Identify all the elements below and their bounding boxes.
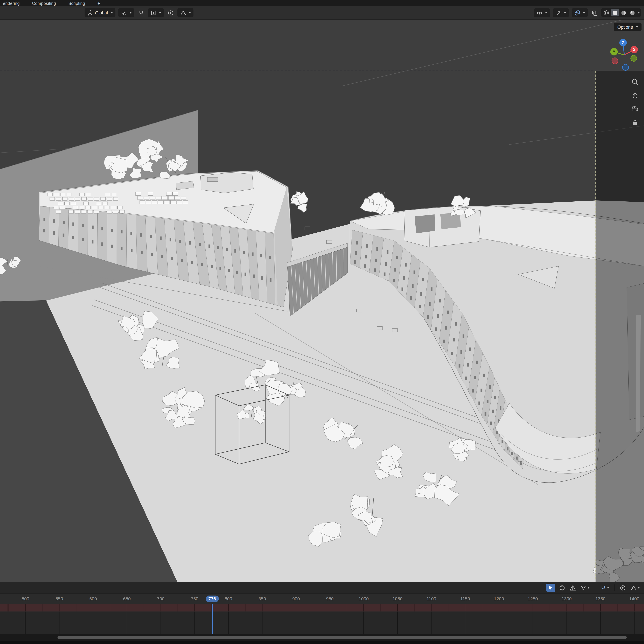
lock-icon[interactable]: [631, 119, 639, 126]
timeline-falloff-dropdown[interactable]: [630, 584, 641, 592]
timeline-proportional-button[interactable]: [619, 584, 627, 592]
options-label: Options: [617, 24, 633, 29]
gizmos-dropdown[interactable]: [553, 8, 569, 17]
filter-dropdown[interactable]: [580, 584, 591, 592]
viewport-side-tools: [631, 78, 639, 126]
chevron-down-icon: [189, 12, 191, 14]
filter-icon: [580, 585, 586, 591]
falloff-icon: [630, 585, 637, 591]
zoom-icon[interactable]: [631, 78, 639, 85]
frame-tick-label: 550: [56, 596, 63, 601]
divider: [595, 584, 595, 591]
frame-tick-label: 900: [292, 596, 300, 601]
viewport-header: Global: [0, 6, 644, 20]
options-dropdown[interactable]: Options: [614, 23, 641, 31]
frame-tick-label: 1350: [595, 596, 605, 601]
overlays-dropdown[interactable]: [572, 8, 588, 17]
chevron-down-icon: [545, 12, 548, 14]
snap-magnet-icon: [138, 10, 144, 16]
scene-canvas[interactable]: [0, 20, 644, 582]
shading-rendered-button[interactable]: [628, 9, 636, 16]
playhead-line[interactable]: [212, 604, 213, 634]
proportional-editing-icon: [168, 10, 174, 16]
timeline-editor: 776 500550600650700750800850900950100010…: [0, 582, 644, 644]
current-frame-indicator[interactable]: 776: [205, 596, 219, 602]
chevron-down-icon: [564, 12, 566, 14]
frame-tick-label: 1400: [629, 596, 639, 601]
chevron-down-icon: [129, 12, 132, 14]
warning-icon: [570, 585, 576, 591]
chevron-down-icon: [110, 12, 113, 14]
scrollbar-thumb[interactable]: [58, 636, 627, 639]
frame-tick-label: 1300: [562, 596, 572, 601]
xray-toggle-button[interactable]: [591, 8, 599, 17]
camera-view-icon[interactable]: [631, 105, 639, 113]
falloff-curve-icon: [180, 10, 186, 16]
snap-with-dropdown[interactable]: [148, 8, 164, 17]
chevron-down-icon: [637, 12, 640, 14]
cursor-select-icon: [548, 585, 554, 591]
shading-solid-button[interactable]: [611, 9, 619, 16]
workspace-tabbar: endering Compositing Scripting +: [0, 0, 644, 6]
frame-tick-label: 1250: [528, 596, 538, 601]
frame-tick-label: 750: [191, 596, 198, 601]
frame-tick-label: 500: [22, 596, 29, 601]
frame-tick-label: 1200: [494, 596, 504, 601]
shading-wireframe-button[interactable]: [602, 9, 610, 16]
shading-material-button[interactable]: [619, 9, 628, 16]
timeline-ruler[interactable]: 776 500550600650700750800850900950100010…: [0, 594, 644, 604]
frame-tick-label: 1100: [426, 596, 436, 601]
pan-hand-icon[interactable]: [631, 92, 639, 99]
visibility-eye-icon: [536, 10, 543, 16]
timeline-range-band[interactable]: [0, 604, 644, 612]
proportional-editing-button[interactable]: [167, 8, 175, 17]
overlays-icon: [574, 10, 580, 16]
frame-tick-label: 1050: [392, 596, 403, 601]
navigation-gizmo[interactable]: Z Y X: [609, 37, 639, 73]
add-workspace-button[interactable]: +: [96, 1, 101, 6]
gizmo-y-label: Y: [613, 49, 615, 54]
warning-button[interactable]: [569, 584, 577, 592]
pivot-point-dropdown[interactable]: [118, 8, 134, 17]
frame-tick-label: 650: [123, 596, 131, 601]
divider: [614, 584, 615, 591]
cursor-select-button[interactable]: [546, 584, 555, 592]
transform-orientation-icon: [87, 10, 93, 16]
timeline-channels[interactable]: [0, 612, 644, 634]
snap-with-icon: [150, 10, 156, 16]
timeline-snap-dropdown[interactable]: [599, 584, 610, 592]
frame-tick-label: 950: [326, 596, 334, 601]
gizmo-z-neg-axis[interactable]: [622, 64, 629, 70]
viewport-3d[interactable]: Options Z Y X: [0, 20, 644, 582]
snap-toggle-button[interactable]: [137, 8, 145, 17]
orientation-value: Global: [95, 10, 108, 15]
frame-tick-label: 700: [157, 596, 165, 601]
frame-tick-label: 850: [258, 596, 266, 601]
snap-blue-icon: [600, 585, 606, 591]
pivot-link-icon: [121, 10, 127, 16]
shading-rendered-icon: [629, 10, 635, 16]
visibility-dropdown[interactable]: [534, 8, 550, 17]
shading-wireframe-icon: [603, 10, 609, 16]
gizmo-z-label: Z: [622, 40, 624, 45]
tab-scripting[interactable]: Scripting: [67, 1, 86, 6]
falloff-dropdown[interactable]: [177, 8, 193, 17]
chevron-down-icon: [583, 12, 585, 14]
chevron-down-icon: [607, 587, 610, 589]
xray-icon: [592, 10, 598, 16]
proportional-icon: [620, 585, 626, 591]
sync-globe-button[interactable]: [558, 584, 566, 592]
shading-mode-group: [601, 8, 641, 17]
timeline-header: [0, 582, 644, 594]
chevron-down-icon: [636, 26, 638, 28]
frame-tick-label: 600: [89, 596, 97, 601]
gizmo-x-neg-axis[interactable]: [612, 58, 618, 64]
tab-compositing[interactable]: Compositing: [31, 1, 57, 6]
timeline-scrollbar: [0, 634, 644, 644]
frame-tick-label: 1150: [460, 596, 470, 601]
tab-rendering[interactable]: endering: [2, 1, 21, 6]
chevron-down-icon: [159, 12, 161, 14]
transform-orientation-dropdown[interactable]: Global: [85, 8, 115, 17]
frame-tick-label: 800: [225, 596, 232, 601]
gizmo-y-neg-axis[interactable]: [631, 55, 637, 61]
